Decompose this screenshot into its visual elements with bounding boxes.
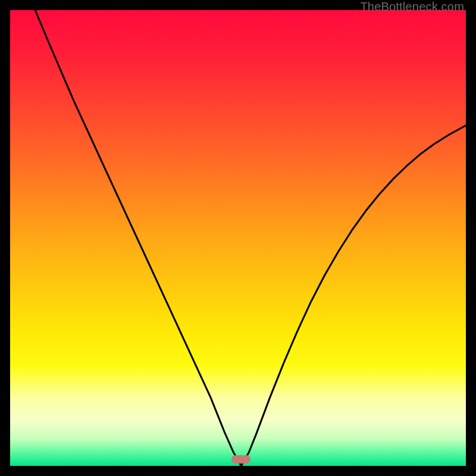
- watermark-text: TheBottleneck.com: [360, 0, 464, 14]
- plot-area: [10, 10, 466, 466]
- chart-frame: TheBottleneck.com: [0, 0, 476, 476]
- bottleneck-curve: [10, 10, 466, 466]
- optimum-marker: [231, 455, 250, 464]
